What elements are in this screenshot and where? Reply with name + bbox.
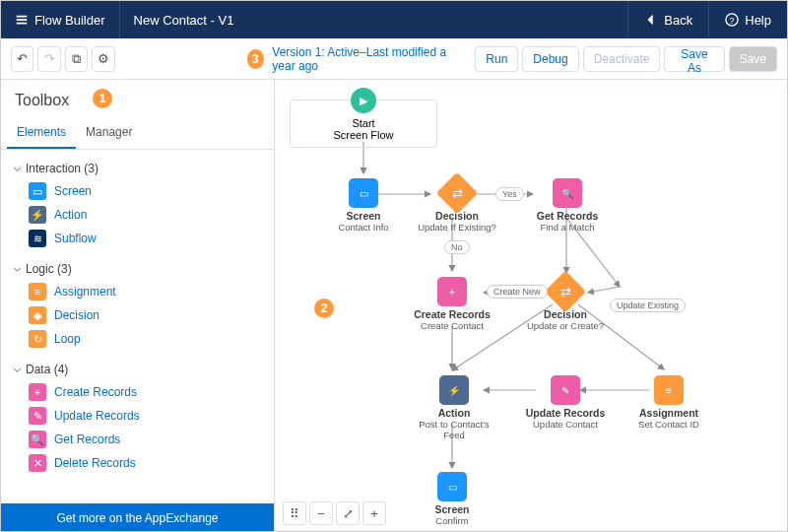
chevron-down-icon [13,265,22,274]
node-title: Screen [423,503,482,515]
item-delete-records[interactable]: ✕Delete Records [7,451,268,475]
item-subflow[interactable]: ≋Subflow [7,227,268,250]
group-logic-header[interactable]: Logic (3) [7,258,268,280]
node-sub: Find a Match [533,222,602,233]
create-records-icon: + [29,383,46,401]
node-title: Create Records [413,308,492,320]
app-name-section: Flow Builder [1,1,120,38]
chevron-down-icon [13,165,22,173]
redo-button[interactable]: ↷ [37,46,60,72]
debug-button[interactable]: Debug [522,46,578,72]
decision-icon: ◆ [29,306,46,324]
canvas-controls: ⠿ − ⤢ + [283,501,386,525]
node-decision-update[interactable]: ⇄ Decision Update If Existing? [418,178,496,233]
pill-yes: Yes [495,187,524,201]
item-label: Delete Records [54,456,136,470]
item-label: Update Records [54,409,140,423]
undo-button[interactable]: ↶ [11,46,33,72]
run-button[interactable]: Run [475,46,518,72]
node-screen-confirm[interactable]: ▭ Screen Confirm [423,472,482,526]
update-records-icon: ✎ [551,375,580,405]
app-name: Flow Builder [34,13,105,28]
item-label: Loop [54,332,81,346]
get-records-icon: 🔍 [553,178,582,208]
node-assignment[interactable]: ≡ Assignment Set Contact ID [629,375,708,430]
select-tool-button[interactable]: ⠿ [283,501,306,525]
flow-title: New Contact - V1 [120,13,248,28]
group-interaction-label: Interaction (3) [26,162,98,175]
item-action[interactable]: ⚡Action [7,203,268,227]
back-label: Back [664,13,692,28]
screen-icon: ▭ [29,182,46,200]
group-data-label: Data (4) [26,363,68,376]
fit-button[interactable]: ⤢ [336,501,360,525]
flow-canvas[interactable]: ▶ Start Screen Flow ▭ Screen Contact Inf… [275,80,787,532]
item-create-records[interactable]: +Create Records [7,380,268,404]
zoom-out-button[interactable]: − [309,501,333,525]
help-label: Help [745,13,771,28]
node-screen-contact[interactable]: ▭ Screen Contact Info [329,178,398,233]
decision-icon: ⇄ [436,172,478,214]
node-sub: Create Contact [413,320,492,331]
action-icon: ⚡ [439,375,469,405]
loop-icon: ↻ [29,330,46,348]
decision-icon: ⇄ [545,271,586,312]
node-update-records[interactable]: ✎ Update Records Update Contact [521,375,610,430]
screen-icon: ▭ [437,472,467,501]
start-sub: Screen Flow [291,129,436,141]
node-sub: Set Contact ID [629,419,708,430]
item-label: Decision [54,308,99,322]
pill-update-existing: Update Existing [610,299,686,312]
node-sub: Update Contact [521,419,610,430]
toolbox-tabs: Elements Manager [1,117,274,150]
node-sub: Contact Info [329,222,398,233]
node-sub: Update or Create? [521,320,610,331]
group-data-header[interactable]: Data (4) [7,359,268,380]
node-title: Update Records [521,407,610,419]
marker-3: 3 [247,49,265,69]
node-title: Assignment [629,407,708,419]
item-update-records[interactable]: ✎Update Records [7,404,268,428]
item-loop[interactable]: ↻Loop [7,327,268,351]
app-header: Flow Builder New Contact - V1 Back ? Hel… [1,1,787,38]
save-as-button[interactable]: Save As [664,46,724,72]
save-button[interactable]: Save [729,46,777,72]
update-records-icon: ✎ [29,407,46,425]
deactivate-button[interactable]: Deactivate [583,46,661,72]
toolbar: ↶ ↷ ⧉ ⚙ 3 Version 1: Active–Last modifie… [1,38,787,80]
item-screen[interactable]: ▭Screen [7,179,268,203]
start-node[interactable]: ▶ Start Screen Flow [290,100,437,148]
zoom-in-button[interactable]: + [362,501,386,525]
item-label: Screen [54,184,92,198]
item-label: Action [54,208,87,222]
group-logic-label: Logic (3) [26,262,72,276]
node-create-records[interactable]: + Create Records Create Contact [413,277,492,331]
action-icon: ⚡ [29,206,46,224]
pill-create-new: Create New [487,285,548,299]
back-button[interactable]: Back [627,1,708,38]
get-records-icon: 🔍 [29,431,46,448]
node-title: Get Records [533,210,602,222]
item-get-records[interactable]: 🔍Get Records [7,428,268,451]
screen-icon: ▭ [349,178,378,208]
app-logo-icon [15,13,29,27]
arrow-left-icon [644,13,658,27]
tab-elements[interactable]: Elements [7,117,76,149]
marker-2: 2 [314,299,334,318]
delete-records-icon: ✕ [29,454,46,472]
tab-manager[interactable]: Manager [76,117,142,149]
assignment-icon: ≡ [654,375,684,405]
group-interaction-header[interactable]: Interaction (3) [7,158,268,179]
node-action-post[interactable]: ⚡ Action Post to Contact's Feed [415,375,493,440]
item-decision[interactable]: ◆Decision [7,303,268,327]
node-get-records[interactable]: 🔍 Get Records Find a Match [533,178,602,233]
copy-button[interactable]: ⧉ [65,46,88,72]
node-sub: Confirm [423,515,482,526]
appexchange-button[interactable]: Get more on the AppExchange [1,503,274,532]
marker-1: 1 [93,89,112,108]
create-records-icon: + [437,277,467,306]
help-button[interactable]: ? Help [708,1,787,38]
item-assignment[interactable]: ≡Assignment [7,280,268,303]
settings-button[interactable]: ⚙ [92,46,114,72]
toolbox-sidebar: Toolbox 1 Elements Manager Interaction (… [1,80,275,532]
